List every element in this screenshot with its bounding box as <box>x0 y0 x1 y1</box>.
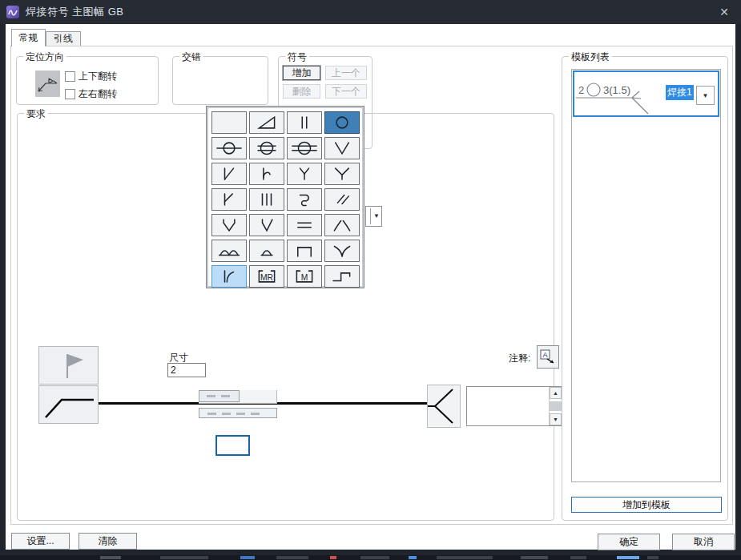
box-mr-icon: MR <box>253 268 280 285</box>
orientation-preview-icon[interactable] <box>35 71 60 97</box>
palette-cell-circle-line[interactable] <box>211 137 247 159</box>
j-groove-icon <box>253 165 280 183</box>
flip-vertical-checkbox[interactable] <box>65 71 75 82</box>
background-mark <box>240 556 255 559</box>
palette-cell-hump[interactable] <box>249 240 284 262</box>
tail-text-field[interactable] <box>215 435 250 456</box>
palette-cell-double-hump[interactable] <box>211 240 247 262</box>
double-hump-icon <box>215 242 243 260</box>
palette-cell-box-m[interactable]: M <box>287 265 322 288</box>
steep-v-icon <box>215 216 243 234</box>
circle-strike-icon <box>291 139 318 157</box>
palette-cell-steep-v[interactable] <box>211 214 247 236</box>
scroll-up-icon[interactable]: ▲ <box>550 387 562 399</box>
palette-cell-triple-bar[interactable] <box>249 188 284 211</box>
splay-icon <box>328 216 356 234</box>
ok-button[interactable]: 确定 <box>598 534 660 550</box>
flip-vertical-row: 上下翻转 <box>65 70 117 83</box>
dash-pattern <box>207 413 264 415</box>
palette-cell-blank[interactable] <box>211 111 247 134</box>
palette-cell-half-k[interactable] <box>211 188 247 211</box>
background-mark <box>521 556 548 559</box>
svg-text:2: 2 <box>578 84 584 96</box>
background-mark <box>160 556 208 559</box>
palette-cell-spot-circle[interactable] <box>324 111 360 134</box>
background-mark <box>409 556 417 559</box>
note-list-box[interactable]: ▲ ▼ <box>466 386 562 426</box>
flip-vertical-label: 上下翻转 <box>79 70 117 83</box>
group-requirement-title: 要求 <box>24 107 48 121</box>
palette-cell-box-mr[interactable]: MR <box>249 265 284 288</box>
wave-icon <box>7 6 18 18</box>
background-mark <box>437 556 493 559</box>
palette-cell-splay[interactable] <box>324 214 360 236</box>
flip-horizontal-row: 左右翻转 <box>65 87 117 101</box>
cancel-button[interactable]: 取消 <box>672 534 735 550</box>
v-groove-icon <box>328 139 356 157</box>
annotation-icon: A <box>539 348 557 366</box>
palette-cell-double-bar[interactable] <box>287 111 322 134</box>
palette-cell-seam[interactable] <box>287 188 322 211</box>
group-template-list: 模板列表 2 3(1.5) 焊接1 ▼ 增加到模板 <box>562 56 728 521</box>
next-symbol-button: 下一个 <box>325 84 367 99</box>
palette-cell-y-wide[interactable] <box>324 163 360 185</box>
template-item-dropdown[interactable]: ▼ <box>696 86 715 105</box>
vertical-scrollbar[interactable]: ▲ ▼ <box>549 387 562 425</box>
close-icon[interactable]: ✕ <box>714 3 735 21</box>
arrow-end-button[interactable] <box>427 385 461 428</box>
delete-symbol-button: 删除 <box>283 84 320 99</box>
circle-two-lines-icon <box>253 139 280 157</box>
tab-leader[interactable]: 引线 <box>46 31 81 46</box>
template-listbox[interactable]: 2 3(1.5) 焊接1 ▼ <box>571 69 721 482</box>
scroll-down-icon[interactable]: ▼ <box>550 413 562 425</box>
title-bar: 焊接符号 主图幅 GB ✕ <box>0 0 741 24</box>
background-mark <box>570 556 586 559</box>
palette-cell-bevel-groove[interactable] <box>211 163 247 185</box>
flip-horizontal-checkbox[interactable] <box>65 89 75 99</box>
palette-cell-circle-two-lines[interactable] <box>249 137 284 159</box>
leader-line-button[interactable] <box>38 385 99 424</box>
template-name-selected-text[interactable]: 焊接1 <box>666 85 694 100</box>
palette-cell-square-bracket[interactable] <box>287 240 322 262</box>
add-symbol-button[interactable]: 增加 <box>283 66 320 80</box>
palette-cell-double-slash[interactable] <box>324 188 360 211</box>
flag-toggle-button[interactable] <box>38 346 99 385</box>
palette-cell-y-groove[interactable] <box>287 163 322 185</box>
group-template-title: 模板列表 <box>569 50 612 64</box>
template-item-selected[interactable]: 2 3(1.5) 焊接1 ▼ <box>573 71 719 117</box>
double-slash-icon <box>328 191 356 208</box>
svg-text:3(1.5): 3(1.5) <box>603 84 630 96</box>
leader-line-icon <box>41 387 97 422</box>
double-line-icon <box>291 216 318 234</box>
palette-cell-steep-bevel[interactable] <box>249 214 284 236</box>
welding-symbol-dialog: 焊接符号 主图幅 GB ✕ 常规 引线 定位方向 上下翻转 左右翻转 <box>0 0 741 560</box>
half-k-icon <box>215 191 243 208</box>
palette-cell-j-groove[interactable] <box>249 163 284 185</box>
settings-button[interactable]: 设置... <box>11 533 70 550</box>
background-mark <box>100 556 121 559</box>
note-button[interactable]: A <box>537 345 559 369</box>
above-line-field[interactable] <box>199 390 277 404</box>
tab-general[interactable]: 常规 <box>11 29 46 46</box>
palette-cell-v-groove[interactable] <box>324 137 360 159</box>
background-mark <box>276 556 308 559</box>
background-mark <box>330 556 336 559</box>
below-line-field[interactable] <box>199 408 277 418</box>
palette-cell-flare-v[interactable] <box>324 240 360 262</box>
add-to-template-button[interactable]: 增加到模板 <box>571 497 722 513</box>
palette-cell-step[interactable] <box>324 265 360 288</box>
spot-circle-icon <box>328 114 356 131</box>
app-logo-icon <box>6 6 19 18</box>
flare-v-icon <box>328 242 356 260</box>
palette-cell-fillet[interactable] <box>249 111 284 134</box>
palette-cell-circle-strike[interactable] <box>287 137 322 159</box>
steep-bevel-icon <box>253 216 280 234</box>
palette-cell-flare-bevel[interactable] <box>211 265 247 288</box>
scroll-thumb[interactable] <box>550 401 562 411</box>
svg-text:A: A <box>542 351 547 359</box>
clear-button[interactable]: 清除 <box>79 533 137 550</box>
palette-cell-double-line[interactable] <box>287 214 322 236</box>
palette-dropdown[interactable]: ▼ <box>365 206 382 227</box>
svg-text:MR: MR <box>260 273 273 282</box>
size-input[interactable] <box>167 363 206 377</box>
